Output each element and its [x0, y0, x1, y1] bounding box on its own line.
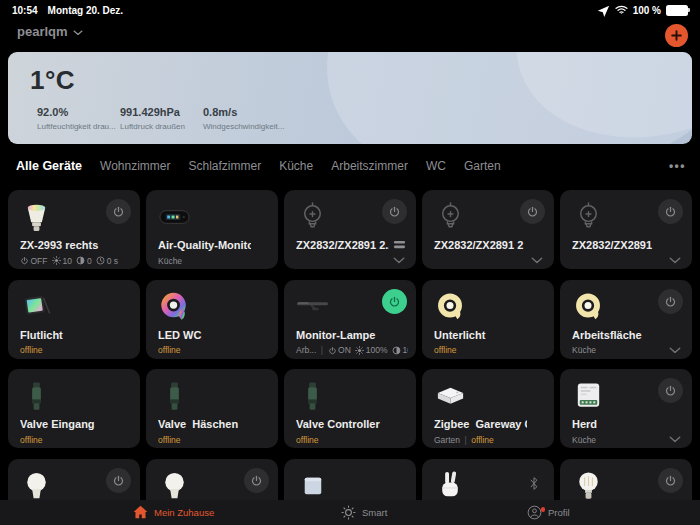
device-status: Küche	[158, 256, 270, 266]
power-button[interactable]	[658, 378, 683, 403]
device-card[interactable]: Valve Eingangoffline	[8, 369, 140, 448]
bulb-outline-icon	[433, 200, 468, 235]
home-icon	[133, 505, 148, 520]
bottom-nav: Mein Zuhause Smart Profil	[0, 500, 700, 525]
device-card[interactable]: ZX2832/ZX2891	[560, 190, 692, 269]
device-status: OFF1000 s	[20, 256, 132, 266]
chevron-down-icon[interactable]	[393, 257, 405, 264]
tab-wc[interactable]: WC	[426, 159, 446, 173]
switch-panel-icon	[295, 469, 330, 504]
device-status: offline	[20, 345, 132, 355]
clock-icon	[96, 256, 105, 265]
chevron-down-icon[interactable]	[669, 347, 681, 354]
tab-arbeitszimmer[interactable]: Arbeitszimmer	[331, 159, 408, 173]
status-bar: 10:54 Montag 20. Dez. 100 %	[0, 0, 700, 20]
valve-icon	[19, 379, 54, 414]
tab-garten[interactable]: Garten	[464, 159, 501, 173]
smart-icon	[341, 505, 356, 520]
device-card[interactable]: LED WCoffline	[146, 280, 278, 359]
device-name: Arbeitsfläche	[572, 329, 665, 341]
device-name: Valve Controller	[296, 418, 389, 430]
bulb-white-icon	[157, 469, 192, 504]
power-button[interactable]	[520, 199, 545, 224]
tab-wohnzimmer[interactable]: Wohnzimmer	[100, 159, 170, 173]
power-button[interactable]	[106, 468, 131, 493]
device-name: ZX2832/ZX2891 2...	[296, 239, 389, 251]
valve-icon	[295, 379, 330, 414]
floodlight-icon	[19, 290, 54, 325]
weather-stat-humidity: 92.0% Luftfeuchtigkeit drau...	[37, 106, 120, 131]
chevron-down-icon[interactable]	[669, 436, 681, 443]
led-strip-warm-icon	[571, 290, 606, 325]
chevron-down-icon[interactable]	[531, 257, 543, 264]
add-device-button[interactable]	[665, 24, 688, 47]
group-icon	[393, 240, 406, 250]
device-card[interactable]: ArbeitsflächeKüche	[560, 280, 692, 359]
bulb-white-icon	[19, 469, 54, 504]
device-card[interactable]: ZX2832/ZX2891 2...	[284, 190, 416, 269]
device-status: offline	[158, 345, 270, 355]
device-status: offline	[434, 345, 546, 355]
power-button[interactable]	[106, 199, 131, 224]
weather-stat-pressure: 991.429hPa Luftdruck draußen	[120, 106, 203, 131]
power-button[interactable]	[658, 289, 683, 314]
power-button[interactable]	[382, 199, 407, 224]
nav-smart[interactable]: Smart	[341, 500, 387, 525]
device-name: Valve Häschen	[158, 418, 251, 430]
power-icon	[328, 346, 337, 355]
home-name: pearlqm	[17, 24, 68, 39]
sun-icon	[52, 256, 61, 265]
power-button[interactable]	[244, 468, 269, 493]
power-button[interactable]	[658, 199, 683, 224]
valve-icon	[157, 379, 192, 414]
wifi-icon	[615, 5, 628, 16]
chevron-down-icon[interactable]	[669, 257, 681, 264]
nav-mein-zuhause[interactable]: Mein Zuhause	[133, 500, 214, 525]
power-button[interactable]	[382, 289, 407, 314]
weather-card[interactable]: 1°C 92.0% Luftfeuchtigkeit drau... 991.4…	[8, 52, 692, 144]
gu10-bulb-icon	[19, 200, 54, 235]
device-name: LED WC	[158, 329, 251, 341]
device-card[interactable]: Monitor-LampeArb...|ON100%100%...	[284, 280, 416, 359]
weather-stat-wind: 0.8m/s Windgeschwindigkeit...	[203, 106, 286, 131]
tab-kueche[interactable]: Küche	[279, 159, 313, 173]
device-card[interactable]: Valve Controlleroffline	[284, 369, 416, 448]
device-name: Valve Eingang	[20, 418, 113, 430]
device-name: Zigbee Gareway G...	[434, 418, 527, 430]
led-strip-color-icon	[157, 290, 192, 325]
device-card[interactable]: Flutlichtoffline	[8, 280, 140, 359]
room-tabs: Alle Geräte Wohnzimmer Schlafzimmer Küch…	[16, 153, 686, 179]
device-card[interactable]: ZX2832/ZX2891 2	[422, 190, 554, 269]
device-status: Arb...|ON100%100%...	[296, 345, 408, 355]
date: Montag 20. Dez.	[48, 5, 124, 16]
power-button[interactable]	[658, 468, 683, 493]
device-name: ZX2832/ZX2891 2	[434, 239, 527, 251]
home-selector-dropdown[interactable]: pearlqm	[17, 24, 83, 39]
tab-schlafzimmer[interactable]: Schlafzimmer	[188, 159, 261, 173]
clock: 10:54	[12, 5, 38, 16]
power-icon	[20, 256, 29, 265]
bluetooth-icon	[529, 476, 539, 491]
device-name: ZX-2993 rechts	[20, 239, 113, 251]
contrast-icon	[392, 346, 401, 355]
device-status: offline	[158, 435, 270, 445]
device-name: Flutlicht	[20, 329, 113, 341]
relay-icon	[571, 379, 606, 414]
device-card[interactable]: ZX-2993 rechtsOFF1000 s	[8, 190, 140, 269]
device-card[interactable]: Air-Quality-MonitorKüche	[146, 190, 278, 269]
device-name: Herd	[572, 418, 665, 430]
earbuds-icon	[433, 469, 468, 504]
device-status: Küche	[572, 345, 684, 355]
device-card[interactable]: Valve Häschenoffline	[146, 369, 278, 448]
device-card[interactable]: Unterlichtoffline	[422, 280, 554, 359]
nav-profil[interactable]: Profil	[527, 500, 570, 525]
device-status: Garten|offline	[434, 435, 546, 445]
device-card[interactable]: HerdKüche	[560, 369, 692, 448]
battery-icon	[666, 5, 688, 16]
tab-alle-geraete[interactable]: Alle Geräte	[16, 159, 82, 173]
device-status: offline	[296, 435, 408, 445]
device-grid: ZX-2993 rechtsOFF1000 sAir-Quality-Monit…	[8, 190, 692, 525]
more-rooms-button[interactable]: •••	[669, 159, 686, 173]
device-card[interactable]: Zigbee Gareway G...Garten|offline	[422, 369, 554, 448]
sun-icon	[355, 346, 364, 355]
